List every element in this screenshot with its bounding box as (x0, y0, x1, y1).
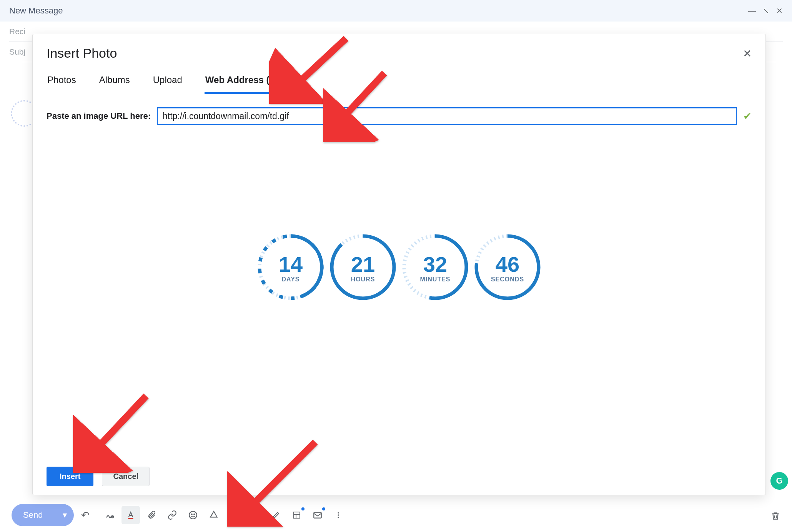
url-input-row: Paste an image URL here: ✔ (47, 107, 752, 125)
countdown-days: 14 DAYS (256, 233, 325, 302)
cancel-button[interactable]: Cancel (102, 467, 150, 486)
tab-upload[interactable]: Upload (152, 72, 183, 94)
send-dropdown-icon[interactable]: ▾ (56, 510, 74, 520)
undo-icon[interactable]: ↶ (77, 509, 94, 521)
svg-point-12 (338, 517, 339, 518)
countdown-seconds: 46 SECONDS (473, 233, 542, 302)
svg-point-2 (191, 514, 192, 515)
schedule-mail-icon[interactable] (308, 506, 327, 524)
discard-draft-icon[interactable] (770, 511, 780, 524)
svg-point-17 (332, 236, 394, 298)
tab-photos[interactable]: Photos (47, 72, 77, 94)
format-tools (101, 506, 348, 524)
modal-close-icon[interactable]: ✕ (743, 46, 752, 60)
pen-icon[interactable] (267, 506, 285, 524)
popin-icon[interactable]: ⤡ (763, 6, 769, 15)
svg-point-1 (190, 511, 197, 519)
compose-window-controls: — ⤡ ✕ (748, 6, 783, 15)
compose-header: New Message — ⤡ ✕ (0, 0, 792, 22)
minimize-icon[interactable]: — (748, 7, 756, 15)
modal-header: Insert Photo ✕ (33, 34, 765, 65)
countdown-hours: 21 HOURS (328, 233, 398, 302)
attachment-icon[interactable] (142, 506, 161, 524)
more-options-icon[interactable] (329, 506, 348, 524)
svg-point-10 (338, 512, 339, 514)
svg-point-3 (194, 514, 195, 515)
image-preview: 14 DAYS 21 HOURS 32 MINUTES 46 SECONDS (47, 233, 752, 302)
signature-icon[interactable] (101, 506, 119, 524)
compose-title: New Message (9, 6, 63, 16)
svg-rect-8 (294, 512, 300, 518)
drive-icon[interactable] (205, 506, 223, 524)
svg-point-19 (404, 236, 466, 298)
modal-footer: Insert Cancel (33, 458, 765, 495)
text-format-icon[interactable] (121, 506, 140, 524)
compose-bottom-toolbar: Send ▾ ↶ (0, 498, 792, 532)
svg-point-11 (338, 514, 339, 515)
svg-rect-9 (314, 513, 322, 518)
modal-body: Paste an image URL here: ✔ 14 DAYS 21 HO… (33, 94, 765, 458)
countdown-minutes: 32 MINUTES (401, 233, 470, 302)
valid-check-icon: ✔ (743, 110, 752, 122)
image-icon[interactable] (225, 506, 244, 524)
insert-photo-modal: Insert Photo ✕ Photos Albums Upload Web … (32, 34, 766, 495)
emoji-icon[interactable] (184, 506, 202, 524)
modal-tabs: Photos Albums Upload Web Address (URL) (33, 65, 765, 94)
send-button[interactable]: Send ▾ (12, 504, 74, 526)
link-icon[interactable] (163, 506, 181, 524)
send-button-label[interactable]: Send (12, 510, 56, 520)
svg-point-5 (233, 513, 234, 514)
close-window-icon[interactable]: ✕ (776, 6, 783, 15)
tab-albums[interactable]: Albums (98, 72, 131, 94)
svg-point-15 (260, 236, 322, 298)
insert-button[interactable]: Insert (47, 467, 93, 486)
grammarly-icon[interactable]: G (770, 472, 788, 490)
url-input-label: Paste an image URL here: (47, 111, 151, 121)
modal-title: Insert Photo (47, 46, 117, 61)
tab-web-address[interactable]: Web Address (URL) (205, 72, 292, 94)
url-input[interactable] (157, 107, 737, 125)
svg-point-21 (476, 236, 539, 298)
template-icon[interactable] (288, 506, 306, 524)
confidential-icon[interactable] (246, 506, 265, 524)
